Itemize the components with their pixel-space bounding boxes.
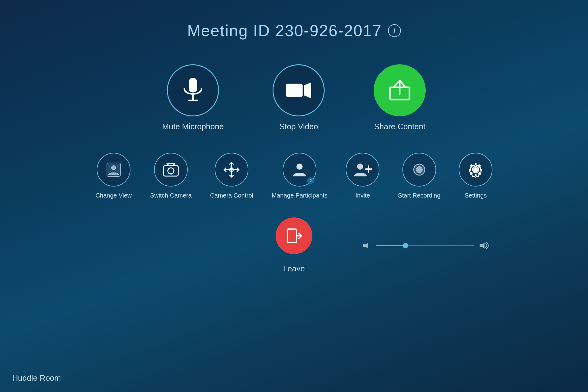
leave-row: Leave <box>0 217 588 273</box>
settings-label: Settings <box>465 192 487 199</box>
stop-video-label: Stop Video <box>279 122 318 131</box>
meeting-id: Meeting ID 230-926-2017 <box>187 21 382 40</box>
svg-point-10 <box>168 168 174 174</box>
change-view-label: Change View <box>96 192 132 199</box>
mute-microphone-label: Mute Microphone <box>162 122 224 131</box>
invite-button[interactable]: Invite <box>346 153 379 199</box>
stop-video-button[interactable]: Stop Video <box>273 64 325 131</box>
share-content-circle <box>374 64 426 116</box>
share-content-label: Share Content <box>374 122 426 131</box>
svg-rect-0 <box>189 78 197 92</box>
top-controls-row: Mute Microphone Stop Video Share Content <box>0 64 588 131</box>
manage-participants-button[interactable]: 2 Manage Participants <box>272 153 327 199</box>
svg-rect-32 <box>287 229 296 243</box>
volume-control <box>363 241 490 250</box>
manage-participants-circle: 2 <box>283 153 316 187</box>
mute-microphone-circle <box>167 64 219 116</box>
settings-button[interactable]: Settings <box>459 153 492 199</box>
camera-control-circle: + <box>215 153 248 187</box>
change-view-circle <box>97 153 130 187</box>
bottom-controls-row: Change View Switch Camera <box>0 153 588 199</box>
volume-thumb[interactable] <box>403 243 408 248</box>
volume-up-icon[interactable] <box>479 241 490 250</box>
info-icon[interactable]: i <box>388 24 401 37</box>
svg-rect-25 <box>475 174 477 176</box>
mute-microphone-button[interactable]: Mute Microphone <box>162 64 224 131</box>
svg-marker-4 <box>304 82 311 98</box>
start-recording-button[interactable]: Start Recording <box>398 153 440 199</box>
header: Meeting ID 230-926-2017 i <box>0 0 588 40</box>
svg-point-20 <box>416 166 423 173</box>
start-recording-circle <box>402 153 436 187</box>
switch-camera-circle <box>154 153 188 187</box>
leave-button[interactable]: Leave <box>276 217 312 273</box>
start-recording-label: Start Recording <box>398 192 440 199</box>
change-view-button[interactable]: Change View <box>96 153 132 199</box>
participant-count: 2 <box>307 177 314 184</box>
svg-text:+: + <box>230 164 232 168</box>
leave-circle <box>276 217 312 254</box>
svg-marker-34 <box>363 243 368 249</box>
svg-point-15 <box>296 164 303 170</box>
room-label: Huddle Room <box>12 373 61 383</box>
svg-rect-9 <box>164 166 178 176</box>
svg-rect-26 <box>469 169 471 171</box>
invite-circle <box>346 153 379 187</box>
camera-control-button[interactable]: + Camera Control <box>210 153 253 199</box>
svg-marker-35 <box>480 243 484 249</box>
svg-rect-3 <box>286 84 303 97</box>
svg-rect-24 <box>475 163 477 165</box>
camera-control-label: Camera Control <box>210 192 253 199</box>
svg-point-23 <box>474 168 477 171</box>
svg-rect-27 <box>480 169 482 171</box>
switch-camera-label: Switch Camera <box>150 192 192 199</box>
svg-point-8 <box>111 165 116 170</box>
volume-fill <box>376 245 405 246</box>
stop-video-circle <box>273 64 325 116</box>
switch-camera-button[interactable]: Switch Camera <box>150 153 192 199</box>
volume-mute-icon[interactable] <box>363 241 371 250</box>
invite-label: Invite <box>355 192 370 199</box>
settings-circle <box>459 153 492 187</box>
manage-participants-label: Manage Participants <box>272 192 327 199</box>
volume-track[interactable] <box>376 245 474 246</box>
share-content-button[interactable]: Share Content <box>374 64 426 131</box>
svg-point-16 <box>357 164 363 170</box>
leave-label: Leave <box>283 264 305 273</box>
